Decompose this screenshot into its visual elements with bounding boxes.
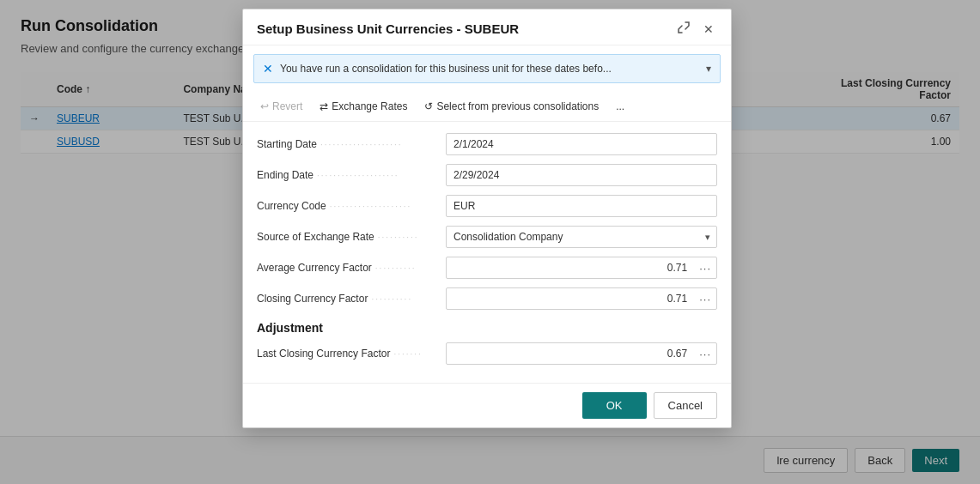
exchange-rates-button[interactable]: ⇄ Exchange Rates bbox=[313, 97, 414, 116]
starting-date-label: Starting Date ···················· bbox=[257, 138, 446, 150]
closing-currency-input-wrapper: ··· bbox=[446, 287, 717, 310]
banner-chevron-icon[interactable]: ▾ bbox=[706, 63, 711, 75]
ok-button[interactable]: OK bbox=[582, 392, 647, 419]
modal-title: Setup Business Unit Currencies - SUBEUR bbox=[257, 21, 519, 36]
exchange-rates-label: Exchange Rates bbox=[332, 100, 407, 112]
modal-header-actions: ✕ bbox=[674, 20, 717, 38]
currency-code-row: Currency Code ···················· bbox=[257, 194, 717, 218]
revert-icon: ↩ bbox=[260, 100, 269, 112]
cancel-button[interactable]: Cancel bbox=[654, 392, 717, 419]
more-button[interactable]: ... bbox=[609, 97, 631, 116]
currency-code-input[interactable] bbox=[446, 195, 717, 217]
avg-currency-input[interactable] bbox=[447, 258, 694, 277]
exchange-rates-icon: ⇄ bbox=[320, 100, 328, 112]
last-closing-input-wrapper: ··· bbox=[446, 342, 717, 365]
avg-currency-input-wrapper: ··· bbox=[446, 257, 717, 279]
closing-currency-label: Closing Currency Factor ·········· bbox=[257, 293, 446, 305]
currency-code-label: Currency Code ···················· bbox=[257, 200, 446, 212]
setup-currencies-modal: Setup Business Unit Currencies - SUBEUR … bbox=[242, 9, 732, 428]
modal-body: Starting Date ···················· Endin… bbox=[243, 122, 731, 383]
adjustment-section-title: Adjustment bbox=[257, 321, 717, 335]
closing-currency-input[interactable] bbox=[447, 289, 694, 308]
revert-label: Revert bbox=[272, 100, 302, 112]
avg-currency-dots-button[interactable]: ··· bbox=[694, 262, 716, 275]
expand-button[interactable] bbox=[674, 20, 693, 38]
last-closing-label: Last Closing Currency Factor ······· bbox=[257, 348, 446, 360]
last-closing-row: Last Closing Currency Factor ······· ··· bbox=[257, 342, 717, 366]
revert-button[interactable]: ↩ Revert bbox=[253, 97, 309, 116]
modal-toolbar: ↩ Revert ⇄ Exchange Rates ↺ Select from … bbox=[243, 92, 731, 122]
info-banner: ✕ You have run a consolidation for this … bbox=[253, 54, 721, 83]
banner-close-icon[interactable]: ✕ bbox=[263, 62, 273, 76]
modal-header: Setup Business Unit Currencies - SUBEUR … bbox=[243, 9, 731, 45]
source-exchange-select[interactable]: Consolidation Company bbox=[446, 226, 717, 248]
last-closing-dots-button[interactable]: ··· bbox=[694, 348, 716, 360]
select-previous-label: Select from previous consolidations bbox=[436, 100, 599, 112]
ending-date-label: Ending Date ···················· bbox=[257, 169, 446, 181]
closing-currency-dots-button[interactable]: ··· bbox=[694, 293, 716, 306]
source-exchange-label: Source of Exchange Rate ·········· bbox=[257, 231, 446, 243]
starting-date-input[interactable] bbox=[446, 133, 717, 155]
banner-text: You have run a consolidation for this bu… bbox=[280, 63, 699, 75]
avg-currency-row: Average Currency Factor ·········· ··· bbox=[257, 256, 717, 280]
close-button[interactable]: ✕ bbox=[700, 21, 717, 38]
last-closing-input[interactable] bbox=[447, 344, 694, 363]
modal-footer: OK Cancel bbox=[243, 383, 731, 427]
ending-date-row: Ending Date ···················· bbox=[257, 163, 717, 187]
clock-icon: ↺ bbox=[424, 100, 433, 112]
more-icon: ... bbox=[616, 100, 624, 112]
starting-date-row: Starting Date ···················· bbox=[257, 132, 717, 156]
select-previous-button[interactable]: ↺ Select from previous consolidations bbox=[417, 97, 606, 116]
ending-date-input[interactable] bbox=[446, 164, 717, 186]
avg-currency-label: Average Currency Factor ·········· bbox=[257, 262, 446, 274]
closing-currency-row: Closing Currency Factor ·········· ··· bbox=[257, 287, 717, 311]
source-exchange-row: Source of Exchange Rate ·········· Conso… bbox=[257, 225, 717, 249]
source-exchange-wrapper: Consolidation Company ▾ bbox=[446, 226, 717, 248]
